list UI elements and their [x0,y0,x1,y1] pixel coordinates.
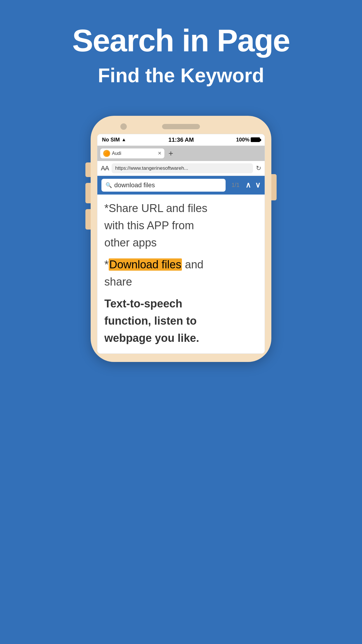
highlighted-term: Download files [109,258,182,271]
power-button-wrap [271,174,277,200]
search-query-text[interactable]: download files [114,181,222,189]
content-line-6: Text-to-speech [104,298,182,310]
tab-close-button[interactable]: ✕ [158,150,161,156]
mute-button [85,209,91,230]
volume-buttons [85,162,91,230]
status-bar: No SIM ▲ 11:36 AM 100% [97,134,265,146]
tab-title: Audi [112,151,156,156]
search-next-button[interactable]: ∨ [255,181,261,190]
address-bar: AA https://www.tangerinesoftwareh... ↻ [97,161,265,176]
wifi-icon: ▲ [122,137,126,142]
content-line-1: *Share URL and files [104,200,258,216]
status-left: No SIM ▲ [102,137,126,143]
browser-tab[interactable]: 🟠 Audi ✕ [100,148,164,158]
content-line-7: function, listen to [104,315,197,327]
content-line-8: webpage you like. [104,332,199,344]
content-line-7-wrap: function, listen to [104,313,258,329]
url-field[interactable]: https://www.tangerinesoftwareh... [112,163,253,173]
page-content: *Share URL and files with this APP from … [97,195,265,354]
content-line-4-prefix: * [104,258,109,271]
reload-button[interactable]: ↻ [256,164,261,172]
search-navigation: ∧ ∨ [245,181,261,190]
battery-pct-label: 100% [236,137,249,143]
phone-outer: No SIM ▲ 11:36 AM 100% 🟠 Audi ✕ + [91,116,271,362]
status-time: 11:36 AM [168,136,194,143]
search-bar: 🔍 download files 1/1 ∧ ∨ [97,176,265,195]
battery-icon [251,137,260,142]
phone-top-bar [97,124,265,129]
main-title: Search in Page [0,23,362,58]
content-line-4-suffix: and [182,258,203,271]
power-button [271,174,277,200]
search-input-wrap: 🔍 download files [101,179,226,192]
content-line-3: other apps [104,235,258,251]
carrier-label: No SIM [102,137,120,143]
tabs-bar: 🟠 Audi ✕ + [97,146,265,161]
volume-down-button [85,183,91,203]
content-line-8-wrap: webpage you like. [104,330,258,346]
volume-up-button [85,162,91,177]
aa-button[interactable]: AA [101,164,109,172]
phone-mockup: No SIM ▲ 11:36 AM 100% 🟠 Audi ✕ + [0,116,362,362]
phone-camera [120,123,127,130]
search-icon: 🔍 [106,182,112,188]
content-section-2: Text-to-speech [104,296,258,312]
search-counter: 1/1 [229,182,242,188]
status-right: 100% [236,137,260,143]
content-line-4: *Download files and [104,257,258,273]
search-prev-button[interactable]: ∧ [245,181,251,190]
content-line-5: share [104,274,258,290]
tab-favicon: 🟠 [103,150,110,157]
sub-title: Find the Keyword [0,64,362,87]
new-tab-button[interactable]: + [166,149,175,158]
content-line-2: with this APP from [104,218,258,234]
phone-screen: No SIM ▲ 11:36 AM 100% 🟠 Audi ✕ + [97,134,265,354]
header-section: Search in Page Find the Keyword [0,0,362,98]
phone-speaker [162,124,200,129]
